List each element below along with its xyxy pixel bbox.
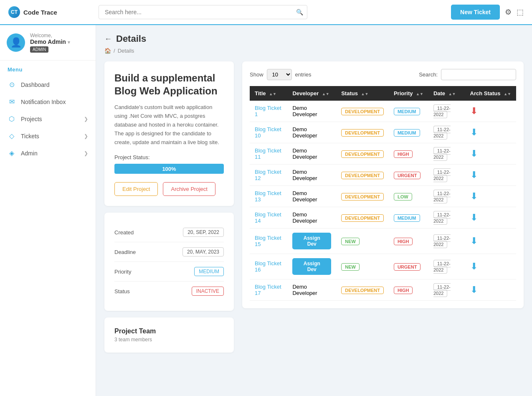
arch-status-cell: ⬇ — [465, 279, 516, 301]
col-status[interactable]: Status ▲▼ — [336, 86, 389, 101]
date-cell: 11-22-2022 — [428, 207, 465, 228]
sort-arrows-arch: ▲▼ — [504, 92, 511, 96]
priority-cell: HIGH — [389, 143, 428, 165]
tickets-icon: ◇ — [8, 132, 16, 140]
search-input[interactable] — [99, 5, 307, 19]
deadline-label: Deadline — [114, 249, 136, 255]
table-row: Blog Ticket 12 Demo Developer DEVELOPMEN… — [250, 165, 516, 186]
search-bar: 🔍 — [99, 5, 307, 19]
assign-dev-button[interactable]: Assign Dev — [292, 258, 331, 275]
archive-icon[interactable]: ⬇ — [470, 106, 478, 116]
created-value: 20, SEP, 2022 — [183, 228, 224, 237]
ticket-link[interactable]: Blog Ticket 16 — [255, 260, 281, 273]
show-label: Show — [250, 71, 263, 78]
developer-name: Demo Developer — [292, 126, 317, 139]
created-label: Created — [114, 229, 134, 236]
page-header: ← Details — [104, 33, 524, 44]
breadcrumb-home[interactable]: 🏠 — [104, 48, 111, 54]
arch-status-cell: ⬇ — [465, 228, 516, 254]
filter-icon[interactable]: ⚙ — [505, 8, 512, 17]
priority-cell: MEDIUM — [389, 101, 428, 122]
back-button[interactable]: ← — [104, 35, 112, 43]
col-developer[interactable]: Developer ▲▼ — [287, 86, 336, 101]
table-row: Blog Ticket 16 Assign Dev NEW URGENT 11-… — [250, 254, 516, 279]
ticket-link[interactable]: Blog Ticket 10 — [255, 126, 281, 139]
detail-row-deadline: Deadline 20, MAY, 2023 — [114, 242, 224, 262]
col-title[interactable]: Title ▲▼ — [250, 86, 287, 101]
left-panel: Build a supplemental Blog Web Applicatio… — [104, 61, 234, 353]
archive-icon[interactable]: ⬇ — [470, 212, 478, 223]
status-cell: DEVELOPMENT — [336, 207, 389, 228]
welcome-text: Welcome, — [30, 33, 70, 38]
progress-text: 100% — [162, 166, 176, 172]
avatar: 👤 — [7, 33, 25, 52]
ticket-link[interactable]: Blog Ticket 1 — [255, 105, 281, 117]
archive-icon[interactable]: ⬇ — [470, 191, 478, 201]
ticket-link[interactable]: Blog Ticket 14 — [255, 211, 281, 224]
chevron-down-icon: ❯ — [84, 133, 88, 139]
table-search-input[interactable] — [441, 69, 516, 80]
ticket-link[interactable]: Blog Ticket 12 — [255, 169, 281, 181]
sidebar-item-admin[interactable]: ◈ Admin ❯ — [0, 145, 96, 162]
archive-icon[interactable]: ⬇ — [470, 148, 478, 159]
archive-project-button[interactable]: Archive Project — [163, 182, 215, 196]
priority-cell: LOW — [389, 186, 428, 207]
date-cell: 11-22-2022 — [428, 279, 465, 301]
developer-cell: Demo Developer — [287, 101, 336, 122]
entries-label: entries — [295, 71, 312, 78]
edit-project-button[interactable]: Edit Project — [114, 182, 158, 196]
priority-cell: HIGH — [389, 228, 428, 254]
archive-icon[interactable]: ⬇ — [470, 127, 478, 137]
new-ticket-button[interactable]: New Ticket — [451, 5, 500, 20]
dropdown-arrow[interactable]: ▾ — [68, 40, 70, 45]
sidebar-item-label: Notification Inbox — [21, 99, 66, 105]
project-actions: Edit Project Archive Project — [114, 182, 224, 196]
ticket-link[interactable]: Blog Ticket 11 — [255, 147, 281, 160]
project-card: Build a supplemental Blog Web Applicatio… — [104, 61, 234, 206]
sidebar-item-dashboard[interactable]: ⊙ Dashboard — [0, 76, 96, 93]
ticket-link[interactable]: Blog Ticket 15 — [255, 235, 281, 247]
entries-select[interactable]: 10 25 50 100 — [267, 69, 292, 80]
archive-icon[interactable]: ⬇ — [470, 261, 478, 272]
arch-status-cell: ⬇ — [465, 207, 516, 228]
projects-icon: ⬡ — [8, 115, 16, 123]
sidebar-item-notification-inbox[interactable]: ✉ Notification Inbox — [0, 93, 96, 110]
table-row: Blog Ticket 10 Demo Developer DEVELOPMEN… — [250, 122, 516, 143]
ticket-link[interactable]: Blog Ticket 13 — [255, 190, 281, 203]
search-label: Search: — [419, 71, 438, 78]
table-row: Blog Ticket 13 Demo Developer DEVELOPMEN… — [250, 186, 516, 207]
deadline-value: 20, MAY, 2023 — [182, 247, 224, 256]
ticket-link[interactable]: Blog Ticket 17 — [255, 284, 281, 296]
status-cell: NEW — [336, 228, 389, 254]
col-arch-status[interactable]: Arch Status ▲▼ — [465, 86, 516, 101]
arch-status-cell: ⬇ — [465, 165, 516, 186]
developer-name: Demo Developer — [292, 284, 317, 296]
content-area: ← Details 🏠 / Details Build a supplement… — [96, 25, 532, 396]
top-header: CT Code Trace 🔍 New Ticket ⚙ ⬚ — [0, 0, 532, 25]
table-row: Blog Ticket 1 Demo Developer DEVELOPMENT… — [250, 101, 516, 122]
assign-dev-button[interactable]: Assign Dev — [292, 233, 331, 249]
priority-cell: URGENT — [389, 165, 428, 186]
sort-arrows-date: ▲▼ — [448, 92, 456, 96]
logout-icon[interactable]: ⬚ — [517, 8, 524, 17]
col-priority[interactable]: Priority ▲▼ — [389, 86, 428, 101]
project-status-label: Project Status: — [114, 154, 224, 160]
sidebar-item-tickets[interactable]: ◇ Tickets ❯ — [0, 127, 96, 145]
admin-badge: ADMIN — [30, 46, 48, 53]
status-cell: DEVELOPMENT — [336, 143, 389, 165]
sidebar: 👤 Welcome, Demo Admin ▾ ADMIN Menu ⊙ Das… — [0, 25, 96, 396]
date-cell: 11-22-2022 — [428, 254, 465, 279]
status-badge: DEVELOPMENT — [341, 172, 384, 179]
archive-icon[interactable]: ⬇ — [470, 284, 478, 295]
status-badge: NEW — [341, 238, 360, 245]
col-date[interactable]: Date ▲▼ — [428, 86, 465, 101]
developer-name: Demo Developer — [292, 190, 317, 203]
detail-row-status: Status INACTIVE — [114, 282, 224, 301]
search-icon: 🔍 — [296, 9, 303, 15]
archive-icon[interactable]: ⬇ — [470, 236, 478, 246]
archive-icon[interactable]: ⬇ — [470, 170, 478, 180]
arch-status-cell: ⬇ — [465, 186, 516, 207]
sidebar-item-projects[interactable]: ⬡ Projects ❯ — [0, 110, 96, 127]
sort-arrows-title: ▲▼ — [269, 92, 276, 96]
arch-status-cell: ⬇ — [465, 101, 516, 122]
